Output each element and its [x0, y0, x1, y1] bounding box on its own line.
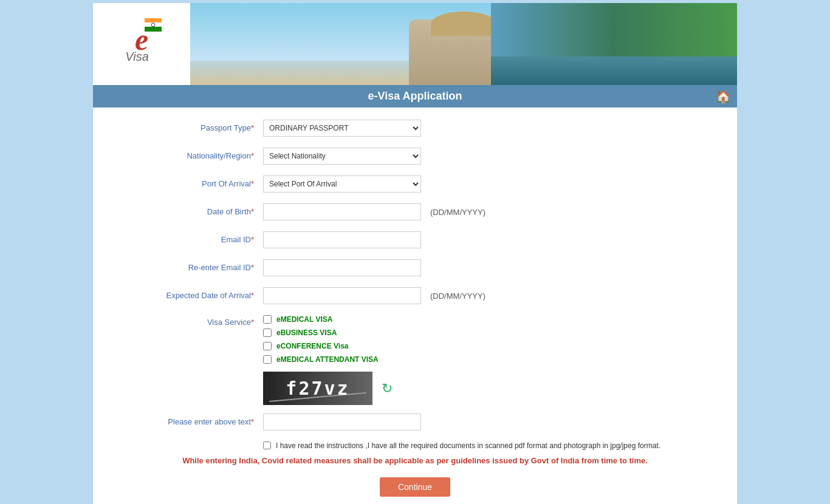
instructions-text: I have read the instructions ,I have all…	[276, 441, 660, 450]
emedical-visa-checkbox[interactable]	[263, 315, 272, 324]
dob-label: Date of Birth*	[117, 203, 263, 216]
dob-control: (DD/MM/YYYY)	[263, 203, 713, 220]
logo-flag-icon	[145, 18, 162, 32]
nationality-label: Nationality/Region*	[117, 148, 263, 160]
reenter-email-label: Re-enter Email ID*	[117, 259, 263, 272]
passport-type-control: ORDINARY PASSPORT OFFICIAL PASSPORT DIPL…	[263, 120, 713, 137]
expected-arrival-label: Expected Date of Arrival*	[117, 287, 263, 300]
home-icon[interactable]: 🏠	[716, 89, 731, 104]
continue-area: Continue	[117, 477, 713, 497]
instructions-checkbox[interactable]	[263, 441, 271, 449]
passport-type-select[interactable]: ORDINARY PASSPORT OFFICIAL PASSPORT DIPL…	[263, 120, 421, 137]
dob-format-hint: (DD/MM/YYYY)	[430, 208, 485, 217]
captcha-input-label: Please enter above text*	[117, 414, 263, 426]
expected-arrival-row: Expected Date of Arrival* (DD/MM/YYYY)	[117, 287, 713, 307]
econference-visa-item: eCONFERENCE Visa	[263, 342, 393, 350]
nationality-control: Select Nationality	[263, 148, 713, 165]
expected-arrival-input[interactable]	[263, 287, 421, 304]
dob-row: Date of Birth* (DD/MM/YYYY)	[117, 203, 713, 223]
continue-button[interactable]: Continue	[380, 477, 450, 497]
visa-service-row: Visa Service* eMEDICAL VISA eBUSINESS VI…	[117, 315, 713, 405]
captcha-input-row: Please enter above text*	[117, 414, 713, 433]
reenter-email-row: Re-enter Email ID*	[117, 259, 713, 279]
captcha-refresh-icon[interactable]: ↻	[382, 381, 393, 397]
main-content: Passport Type* ORDINARY PASSPORT OFFICIA…	[93, 107, 737, 504]
header-banner: e Visa	[93, 3, 737, 85]
nationality-select[interactable]: Select Nationality	[263, 148, 421, 165]
visa-service-checkboxes: eMEDICAL VISA eBUSINESS VISA eCONFERENCE…	[263, 315, 393, 405]
captcha-input[interactable]	[263, 414, 421, 431]
passport-type-row: Passport Type* ORDINARY PASSPORT OFFICIA…	[117, 120, 713, 139]
ebusiness-visa-item: eBUSINESS VISA	[263, 329, 393, 337]
emedical-attendant-visa-item: eMEDICAL ATTENDANT VISA	[263, 355, 393, 364]
svg-rect-2	[145, 27, 162, 32]
ebusiness-visa-label: eBUSINESS VISA	[276, 329, 337, 337]
visa-service-control: eMEDICAL VISA eBUSINESS VISA eCONFERENCE…	[263, 315, 713, 405]
expected-arrival-format-hint: (DD/MM/YYYY)	[430, 291, 485, 301]
email-control	[263, 231, 713, 248]
reenter-email-input[interactable]	[263, 259, 421, 276]
dob-input[interactable]	[263, 203, 421, 220]
captcha-image: f27vz	[263, 372, 372, 405]
logo-container: e Visa	[93, 3, 190, 85]
ebusiness-visa-checkbox[interactable]	[263, 329, 272, 337]
email-row: Email ID*	[117, 231, 713, 251]
port-arrival-row: Port Of Arrival* Select Port Of Arrival	[117, 175, 713, 195]
captcha-area: f27vz ↻	[263, 372, 393, 405]
captcha-text: f27vz	[286, 378, 349, 399]
passport-type-label: Passport Type*	[117, 120, 263, 132]
expected-arrival-control: (DD/MM/YYYY)	[263, 287, 713, 304]
reenter-email-control	[263, 259, 713, 276]
covid-notice: While entering India, Covid related meas…	[117, 456, 713, 465]
emedical-attendant-visa-label: eMEDICAL ATTENDANT VISA	[276, 355, 379, 364]
svg-rect-0	[145, 18, 162, 22]
captcha-input-control	[263, 414, 713, 431]
emedical-visa-item: eMEDICAL VISA	[263, 315, 393, 324]
page-title-bar: e-Visa Application 🏠	[93, 85, 737, 107]
port-arrival-control: Select Port Of Arrival	[263, 175, 713, 192]
banner-image	[190, 3, 737, 85]
email-input[interactable]	[263, 231, 421, 248]
instructions-row: I have read the instructions ,I have all…	[263, 441, 713, 450]
email-label: Email ID*	[117, 231, 263, 244]
port-arrival-label: Port Of Arrival*	[117, 175, 263, 188]
port-arrival-select[interactable]: Select Port Of Arrival	[263, 175, 421, 192]
nationality-row: Nationality/Region* Select Nationality	[117, 148, 713, 167]
visa-service-label: Visa Service*	[117, 315, 263, 327]
emedical-attendant-visa-checkbox[interactable]	[263, 355, 272, 364]
emedical-visa-label: eMEDICAL VISA	[276, 315, 332, 324]
econference-visa-checkbox[interactable]	[263, 342, 272, 350]
econference-visa-label: eCONFERENCE Visa	[276, 342, 348, 350]
page-title: e-Visa Application	[368, 90, 462, 103]
